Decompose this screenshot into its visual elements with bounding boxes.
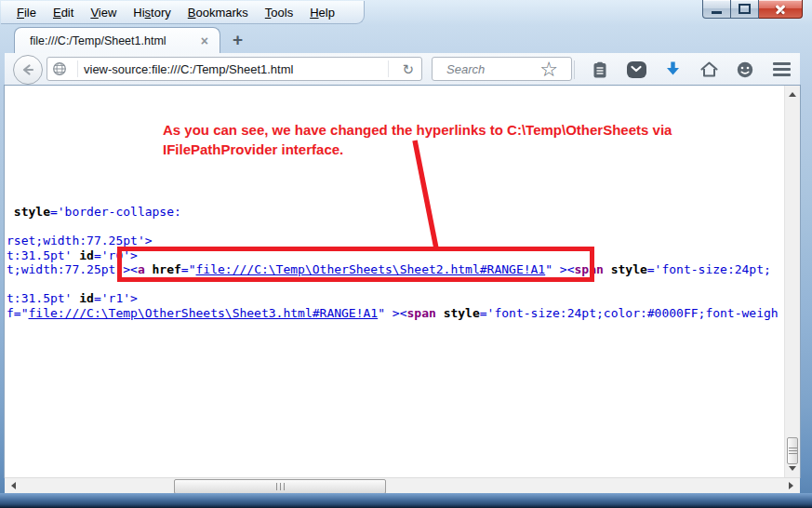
- urlbar-divider: [77, 60, 78, 77]
- window-controls: [702, 0, 803, 19]
- scroll-down-arrow[interactable]: [789, 466, 796, 471]
- maximize-button[interactable]: [731, 0, 759, 19]
- source-segment: style: [7, 205, 50, 219]
- scroll-left-arrow[interactable]: [11, 482, 16, 489]
- annotation-line-2: IFilePathProvider interface.: [163, 140, 672, 159]
- bookmark-star-icon[interactable]: ☆: [538, 59, 560, 81]
- url-bar[interactable]: ↻: [47, 57, 422, 81]
- source-segment: " ><: [378, 306, 406, 320]
- page-content: As you can see, we have changed the hype…: [5, 86, 800, 477]
- tab-sheet1[interactable]: file:///C:/Temp/Sheet1.html ×: [14, 27, 220, 54]
- navigation-toolbar: ↻ ☆: [5, 53, 800, 86]
- source-segment: id: [79, 248, 94, 262]
- menu-item-bookmarks[interactable]: Bookmarks: [180, 3, 257, 22]
- close-icon: [774, 3, 787, 16]
- downloads-icon[interactable]: [661, 59, 684, 81]
- scroll-up-arrow[interactable]: [789, 92, 796, 97]
- menu-item-help[interactable]: Help: [301, 3, 343, 22]
- reload-icon[interactable]: ↻: [394, 62, 421, 76]
- toolbar-icons: ☆: [538, 53, 792, 86]
- browser-window: FileEditViewHistoryBookmarksToolsHelp fi…: [0, 0, 812, 508]
- source-segment: [436, 306, 444, 320]
- source-segment: f=": [7, 306, 28, 320]
- scroll-right-arrow[interactable]: [789, 482, 793, 489]
- source-segment: ='r1'>: [94, 291, 138, 305]
- source-segment: ='font-size:24pt;color:#0000FF;font-weig…: [480, 306, 779, 320]
- menu-hamburger-icon[interactable]: [770, 59, 792, 81]
- globe-icon: [47, 58, 72, 80]
- window-bottom-border: [0, 493, 812, 508]
- annotation-text: As you can see, we have changed the hype…: [163, 120, 672, 159]
- minimize-button[interactable]: [702, 0, 731, 19]
- back-arrow-icon: [20, 61, 36, 78]
- menu-item-edit[interactable]: Edit: [45, 3, 82, 22]
- urlbar-divider: [388, 60, 389, 77]
- source-segment: style: [611, 262, 647, 276]
- horizontal-scrollbar[interactable]: [5, 477, 800, 493]
- source-line: t:31.5pt' id='r1'>: [7, 291, 779, 306]
- new-tab-button[interactable]: +: [233, 31, 243, 48]
- source-line: style='border-collapse:: [7, 205, 779, 220]
- maximize-icon: [739, 4, 751, 14]
- source-segment: span: [406, 306, 435, 320]
- source-segment: id: [79, 291, 94, 305]
- vertical-scrollbar[interactable]: [784, 86, 800, 477]
- pocket-icon[interactable]: [625, 59, 647, 81]
- tab-title: file:///C:/Temp/Sheet1.html: [30, 34, 199, 47]
- source-segment: ='font-size:24pt;: [647, 262, 771, 276]
- source-line: [7, 220, 779, 234]
- reading-list-icon[interactable]: [589, 59, 611, 81]
- source-segment: t:31.5pt': [7, 248, 79, 262]
- source-segment: t;width:77.25pt'>: [7, 262, 130, 276]
- source-segment: [604, 262, 611, 276]
- back-button[interactable]: [13, 55, 43, 85]
- source-segment: t:31.5pt': [7, 291, 79, 305]
- menu-item-tools[interactable]: Tools: [257, 3, 301, 22]
- menu-bar: FileEditViewHistoryBookmarksToolsHelp: [1, 1, 365, 24]
- menu-item-view[interactable]: View: [82, 3, 125, 22]
- highlight-box: [117, 247, 594, 282]
- menu-item-history[interactable]: History: [125, 3, 179, 22]
- source-segment: ='border-collapse:: [50, 205, 181, 219]
- source-segment: style: [444, 306, 480, 320]
- vertical-scroll-thumb[interactable]: [787, 437, 798, 464]
- home-icon[interactable]: [698, 59, 720, 81]
- source-link[interactable]: file:///C:\Temp\OtherSheets\Sheet3.html#…: [28, 306, 378, 320]
- url-input[interactable]: [84, 62, 382, 76]
- annotation-line-1: As you can see, we have changed the hype…: [163, 120, 672, 140]
- menu-item-file[interactable]: File: [8, 3, 45, 22]
- close-button[interactable]: [759, 0, 803, 19]
- source-segment: rset;width:77.25pt'>: [7, 234, 153, 247]
- toolbar-divider: [574, 60, 575, 79]
- horizontal-scroll-thumb[interactable]: [174, 479, 386, 494]
- minimize-icon: [712, 11, 722, 14]
- hello-smiley-icon[interactable]: [734, 59, 756, 81]
- source-line: f="file:///C:\Temp\OtherSheets\Sheet3.ht…: [7, 306, 779, 321]
- tab-close-icon[interactable]: ×: [199, 34, 210, 47]
